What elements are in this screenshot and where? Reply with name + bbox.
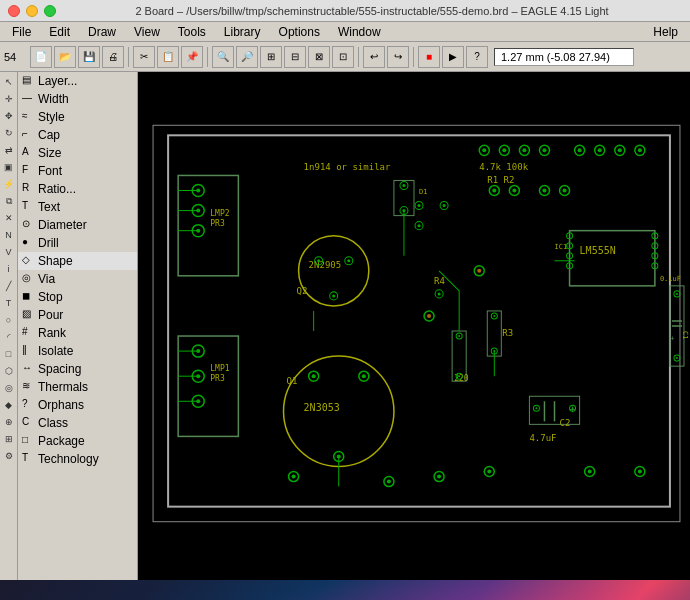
svg-point-76 — [458, 375, 460, 377]
tool-drc[interactable]: ⚙ — [1, 448, 17, 464]
close-button[interactable] — [8, 5, 20, 17]
sidebar-item-stop[interactable]: ◼ Stop — [18, 288, 137, 306]
menu-options[interactable]: Options — [271, 23, 328, 41]
toolbar-open[interactable]: 📂 — [54, 46, 76, 68]
maximize-button[interactable] — [44, 5, 56, 17]
menu-help[interactable]: Help — [645, 23, 686, 41]
sidebar-item-orphans[interactable]: ? Orphans — [18, 396, 137, 414]
tool-mirror[interactable]: ⇄ — [1, 142, 17, 158]
sidebar-item-ratio[interactable]: R Ratio... — [18, 180, 137, 198]
svg-point-18 — [317, 259, 320, 262]
toolbar-print[interactable]: 🖨 — [102, 46, 124, 68]
sidebar-item-diameter[interactable]: ⊙ Diameter — [18, 216, 137, 234]
isolate-icon: ‖ — [22, 344, 27, 355]
pour-icon: ▨ — [22, 308, 31, 319]
window-title: 2 Board – /Users/billw/tmp/scheminstruct… — [62, 5, 682, 17]
sidebar-item-spacing[interactable]: ↔ Spacing — [18, 360, 137, 378]
tool-via2[interactable]: ◎ — [1, 380, 17, 396]
tool-rotate[interactable]: ↻ — [1, 125, 17, 141]
sidebar-item-technology[interactable]: T Technology — [18, 450, 137, 468]
svg-point-148 — [598, 148, 602, 152]
via-icon: ◎ — [22, 272, 31, 283]
toolbar-zoom3[interactable]: ⊠ — [308, 46, 330, 68]
sidebar-item-class[interactable]: C Class — [18, 414, 137, 432]
toolbar-zoom4[interactable]: ⊡ — [332, 46, 354, 68]
svg-point-107 — [572, 407, 574, 409]
menu-file[interactable]: File — [4, 23, 39, 41]
minimize-button[interactable] — [26, 5, 38, 17]
toolbar-help[interactable]: ? — [466, 46, 488, 68]
sidebar-item-pour[interactable]: ▨ Pour — [18, 306, 137, 324]
toolbar-new[interactable]: 📄 — [30, 46, 52, 68]
svg-text:R1   R2: R1 R2 — [487, 175, 514, 185]
menu-window[interactable]: Window — [330, 23, 389, 41]
sidebar-item-cap[interactable]: ⌐ Cap — [18, 126, 137, 144]
sidebar-item-thermals[interactable]: ≋ Thermals — [18, 378, 137, 396]
main-area: ↖ ✛ ✥ ↻ ⇄ ▣ ⚡ ⧉ ✕ N V i ╱ T ○ ◜ □ ⬡ ◎ ◆ … — [0, 72, 690, 580]
svg-text:2N3053: 2N3053 — [304, 402, 340, 413]
svg-text:LMP2: LMP2 — [210, 209, 229, 218]
toolbar-zoom2[interactable]: ⊟ — [284, 46, 306, 68]
technology-icon: T — [22, 452, 28, 463]
spacing-icon: ↔ — [22, 362, 32, 373]
menu-draw[interactable]: Draw — [80, 23, 124, 41]
sidebar-item-width[interactable]: — Width — [18, 90, 137, 108]
tool-arc[interactable]: ◜ — [1, 329, 17, 345]
svg-rect-0 — [138, 115, 690, 537]
sidebar-item-style[interactable]: ≈ Style — [18, 108, 137, 126]
sidebar-item-drill[interactable]: ● Drill — [18, 234, 137, 252]
toolbar-copy[interactable]: 📋 — [157, 46, 179, 68]
svg-text:+: + — [670, 334, 675, 343]
toolbar-zoomin[interactable]: 🔍 — [212, 46, 234, 68]
toolbar-paste[interactable]: 📌 — [181, 46, 203, 68]
thermals-icon: ≋ — [22, 380, 30, 391]
tool-pad[interactable]: ⊕ — [1, 414, 17, 430]
toolbar-undo[interactable]: ↩ — [363, 46, 385, 68]
svg-point-68 — [493, 315, 495, 317]
tool-value[interactable]: V — [1, 244, 17, 260]
svg-point-40 — [563, 189, 567, 193]
menu-view[interactable]: View — [126, 23, 168, 41]
sidebar-item-isolate[interactable]: ‖ Isolate — [18, 342, 137, 360]
svg-text:2N2905: 2N2905 — [309, 260, 342, 270]
sidebar-item-layer[interactable]: ▤ Layer... — [18, 72, 137, 90]
toolbar-run[interactable]: ▶ — [442, 46, 464, 68]
tool-copy2[interactable]: ⧉ — [1, 193, 17, 209]
toolbar-zoom1[interactable]: ⊞ — [260, 46, 282, 68]
toolbar-stop[interactable]: ■ — [418, 46, 440, 68]
pcb-canvas-area[interactable]: LMP2 PR3 2N2905 Q2 1n914 or similar D — [138, 72, 690, 580]
toolbar-redo[interactable]: ↪ — [387, 46, 409, 68]
sidebar-item-rank[interactable]: # Rank — [18, 324, 137, 342]
toolbar-cut[interactable]: ✂ — [133, 46, 155, 68]
svg-point-20 — [332, 294, 335, 297]
toolbar-save[interactable]: 💾 — [78, 46, 100, 68]
tool-move[interactable]: ✥ — [1, 108, 17, 124]
sidebar-item-via[interactable]: ◎ Via — [18, 270, 137, 288]
tool-circle[interactable]: ○ — [1, 312, 17, 328]
sidebar-item-font[interactable]: F Font — [18, 162, 137, 180]
tool-delete[interactable]: ✕ — [1, 210, 17, 226]
tool-marker[interactable]: ◆ — [1, 397, 17, 413]
sidebar-item-size[interactable]: A Size — [18, 144, 137, 162]
menu-library[interactable]: Library — [216, 23, 269, 41]
tool-wire[interactable]: ╱ — [1, 278, 17, 294]
tool-group[interactable]: ▣ — [1, 159, 17, 175]
menu-tools[interactable]: Tools — [170, 23, 214, 41]
sidebar-item-text[interactable]: T Text — [18, 198, 137, 216]
pcb-svg[interactable]: LMP2 PR3 2N2905 Q2 1n914 or similar D — [138, 72, 690, 580]
tool-rect[interactable]: □ — [1, 346, 17, 362]
tool-smash[interactable]: ⚡ — [1, 176, 17, 192]
title-bar: 2 Board – /Users/billw/tmp/scheminstruct… — [0, 0, 690, 22]
sidebar-item-package[interactable]: □ Package — [18, 432, 137, 450]
tool-polygon[interactable]: ⬡ — [1, 363, 17, 379]
tool-smd[interactable]: ⊞ — [1, 431, 17, 447]
toolbar-zoomout[interactable]: 🔎 — [236, 46, 258, 68]
tool-crosshair[interactable]: ✛ — [1, 91, 17, 107]
tool-info[interactable]: i — [1, 261, 17, 277]
sidebar-item-shape[interactable]: ◇ Shape — [18, 252, 137, 270]
menu-edit[interactable]: Edit — [41, 23, 78, 41]
tool-pointer[interactable]: ↖ — [1, 74, 17, 90]
svg-text:LMP1: LMP1 — [210, 364, 229, 373]
tool-name[interactable]: N — [1, 227, 17, 243]
tool-text2[interactable]: T — [1, 295, 17, 311]
